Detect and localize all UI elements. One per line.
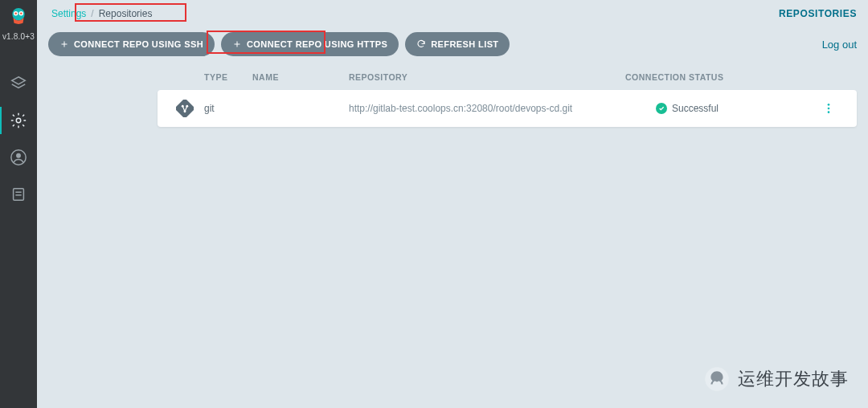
gear-icon (10, 112, 27, 129)
table-row[interactable]: git http://gitlab-test.coolops.cn:32080/… (158, 90, 857, 127)
layers-icon (10, 75, 27, 92)
logout-link[interactable]: Log out (822, 39, 857, 51)
th-name: NAME (252, 72, 349, 82)
breadcrumb: Settings / Repositories (48, 6, 155, 21)
connect-repo-https-button[interactable]: CONNECT REPO USING HTTPS (221, 32, 399, 56)
svg-rect-11 (176, 100, 194, 117)
cell-repository: http://gitlab-test.coolops.cn:32080/root… (349, 103, 656, 114)
row-actions-menu[interactable] (817, 102, 841, 115)
action-row: CONNECT REPO USING SSH CONNECT REPO USIN… (37, 27, 868, 67)
nav-item-settings[interactable] (0, 102, 37, 139)
book-icon (10, 186, 27, 203)
kebab-icon (822, 102, 835, 115)
watermark: 运维开发故事 (702, 365, 849, 394)
svg-point-15 (828, 104, 830, 106)
refresh-list-button[interactable]: REFRESH LIST (405, 32, 510, 56)
watermark-text: 运维开发故事 (738, 367, 849, 391)
status-text: Successful (672, 103, 719, 114)
plus-icon (59, 39, 69, 49)
breadcrumb-parent[interactable]: Settings (51, 8, 86, 19)
refresh-icon (416, 39, 426, 49)
svg-point-4 (20, 12, 23, 14)
breadcrumb-separator: / (91, 8, 93, 19)
svg-point-17 (828, 111, 830, 113)
th-status: CONNECTION STATUS (625, 72, 786, 82)
table-header-row: TYPE NAME REPOSITORY CONNECTION STATUS (158, 67, 857, 90)
nav-list (0, 65, 37, 213)
svg-point-5 (16, 118, 21, 123)
svg-point-7 (16, 153, 21, 158)
nav-item-user[interactable] (0, 139, 37, 176)
nav-item-applications[interactable] (0, 65, 37, 102)
app-logo (0, 2, 37, 31)
app-version: v1.8.0+3 (2, 32, 35, 41)
cell-type: git (204, 103, 252, 114)
plus-icon (232, 39, 242, 49)
repositories-heading-link[interactable]: REPOSITORIES (779, 8, 857, 19)
repo-type-icon-wrap (166, 100, 204, 117)
refresh-label: REFRESH LIST (431, 39, 498, 49)
topbar-right: REPOSITORIES (779, 8, 857, 19)
connect-repo-ssh-button[interactable]: CONNECT REPO USING SSH (48, 32, 215, 56)
watermark-icon (702, 365, 731, 394)
status-success-icon (656, 103, 667, 114)
nav-item-docs[interactable] (0, 176, 37, 213)
repo-table: TYPE NAME REPOSITORY CONNECTION STATUS g… (37, 67, 868, 127)
svg-point-3 (14, 12, 17, 14)
argo-logo-icon (10, 7, 27, 25)
left-nav-rail: v1.8.0+3 (0, 0, 37, 408)
topbar: Settings / Repositories REPOSITORIES (37, 0, 868, 27)
connect-https-label: CONNECT REPO USING HTTPS (247, 39, 387, 49)
svg-point-16 (828, 108, 830, 110)
breadcrumb-current: Repositories (99, 8, 153, 19)
th-type: TYPE (204, 72, 252, 82)
connect-ssh-label: CONNECT REPO USING SSH (74, 39, 203, 49)
user-icon (10, 149, 27, 166)
cell-status: Successful (656, 103, 817, 114)
git-icon (176, 100, 194, 117)
main-panel: Settings / Repositories REPOSITORIES CON… (37, 0, 868, 408)
th-repository: REPOSITORY (349, 72, 625, 82)
svg-rect-8 (14, 189, 24, 201)
